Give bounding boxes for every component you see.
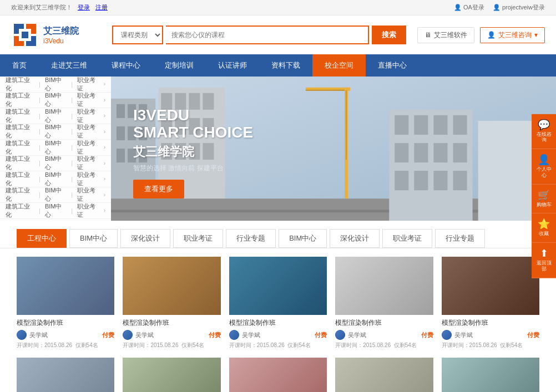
- sidebar-item-5[interactable]: 建筑工业化|BIM中心|职业考证›: [0, 156, 111, 172]
- course-card-7[interactable]: 模型渲染制作班 吴学斌 付费 开课时间：2015.08.26 仅剩54名: [229, 358, 327, 392]
- nav-item-3[interactable]: 定制培训: [153, 54, 206, 77]
- register-link[interactable]: 注册: [95, 3, 108, 12]
- course-price-1: 付费: [209, 331, 221, 339]
- hero-title1: I3VEDU: [133, 107, 253, 124]
- sidebar-item-0[interactable]: 建筑工业化|BIM中心|职业考证›: [0, 77, 111, 93]
- svg-rect-44: [453, 171, 467, 190]
- course-card-0[interactable]: 模型渲染制作班 吴学斌 付费 开课时间：2015.08.26 仅剩54名: [17, 257, 114, 349]
- course-info-2: 开课时间：2015.08.26 仅剩54名: [229, 342, 327, 349]
- author-avatar-2: [229, 330, 239, 340]
- sidebar-item-4[interactable]: 建筑工业化|BIM中心|职业考证›: [0, 140, 111, 156]
- hero-title3: 艾三维学院: [133, 144, 253, 160]
- right-sidebar-label-4: 返回顶部: [534, 260, 553, 272]
- tabs-section: 工程中心BIM中心深化设计职业考证行业专题BIM中心深化设计职业考证行业专题: [0, 221, 556, 248]
- login-link[interactable]: 登录: [78, 3, 90, 12]
- sidebar-item-2[interactable]: 建筑工业化|BIM中心|职业考证›: [0, 108, 111, 124]
- software-btn[interactable]: 🖥 艾三维软件: [417, 27, 474, 43]
- course-thumbnail-4: [442, 257, 539, 315]
- nav-item-1[interactable]: 走进艾三维: [39, 54, 99, 77]
- course-price-3: 付费: [421, 331, 433, 339]
- course-card-6[interactable]: 模型渲染制作班 吴学斌 付费 开课时间：2015.08.26 仅剩54名: [123, 358, 220, 392]
- course-thumbnail-5: [17, 358, 114, 392]
- course-card-9[interactable]: 模型渲染制作班 吴学斌 付费 开课时间：2015.08.26 仅剩54名: [442, 358, 539, 392]
- course-meta-4: 吴学斌 付费: [442, 330, 539, 340]
- course-info-1: 开课时间：2015.08.26 仅剩54名: [123, 342, 220, 349]
- right-sidebar-icon-4: ⬆: [540, 248, 548, 258]
- svg-rect-11: [117, 126, 125, 140]
- right-sidebar-item-0[interactable]: 💬在线咨询: [532, 114, 556, 149]
- author-avatar-1: [123, 330, 133, 340]
- hero-cta-button[interactable]: 查看更多: [133, 180, 184, 198]
- consult-btn[interactable]: 👤 艾三维咨询 ▾: [480, 27, 545, 43]
- svg-rect-34: [414, 115, 428, 135]
- nav-item-7[interactable]: 直播中心: [366, 54, 419, 77]
- tab-item-0[interactable]: 工程中心: [17, 229, 67, 248]
- course-author-1: 吴学斌: [135, 331, 154, 339]
- search-button[interactable]: 搜索: [372, 26, 406, 44]
- right-sidebar-icon-0: 💬: [538, 119, 550, 129]
- nav-item-6[interactable]: 校企空间二级分类二级分类三级分类: [312, 54, 366, 77]
- tab-item-4[interactable]: 行业专题: [226, 229, 276, 248]
- course-thumbnail-8: [335, 358, 433, 392]
- user-icon: 👤: [454, 4, 462, 11]
- nav-item-2[interactable]: 课程中心: [99, 54, 153, 77]
- hero-section: 建筑工业化|BIM中心|职业考证›建筑工业化|BIM中心|职业考证›建筑工业化|…: [0, 77, 556, 221]
- course-grid: 模型渲染制作班 吴学斌 付费 开课时间：2015.08.26 仅剩54名 模型渲…: [17, 257, 539, 392]
- chevron-down-icon: ▾: [534, 31, 538, 39]
- nav-item-5[interactable]: 资料下载: [259, 54, 312, 77]
- sidebar-item-7[interactable]: 建筑工业化|BIM中心|职业考证›: [0, 187, 111, 203]
- logo-icon: [11, 21, 39, 49]
- course-meta-3: 吴学斌 付费: [335, 330, 433, 340]
- svg-rect-42: [414, 171, 428, 190]
- author-avatar-3: [335, 330, 345, 340]
- course-card-2[interactable]: 模型渲染制作班 吴学斌 付费 开课时间：2015.08.26 仅剩54名: [229, 257, 327, 349]
- course-title-0: 模型渲染制作班: [17, 318, 114, 328]
- top-bar: 欢迎来到艾三维学院！ 登录 注册 👤 OA登录 👤 projectveiw登录: [0, 0, 556, 16]
- hero-title2: SMART CHOICE: [133, 124, 253, 141]
- oa-login-link[interactable]: 👤 OA登录: [454, 3, 484, 12]
- course-thumbnail-0: [17, 257, 114, 315]
- right-sidebar-icon-3: ⭐: [538, 219, 550, 229]
- sidebar-item-8[interactable]: 建筑工业化|BIM中心|职业考证›: [0, 203, 111, 219]
- right-sidebar-label-3: 收藏: [539, 231, 549, 237]
- course-author-3: 吴学斌: [348, 331, 366, 339]
- svg-rect-5: [22, 32, 28, 38]
- course-card-3[interactable]: 模型渲染制作班 吴学斌 付费 开课时间：2015.08.26 仅剩54名: [335, 257, 433, 349]
- nav-item-0[interactable]: 首页: [0, 54, 39, 77]
- search-input[interactable]: [166, 26, 369, 44]
- svg-rect-38: [414, 143, 428, 162]
- tab-item-8[interactable]: 行业专题: [435, 229, 485, 248]
- right-sidebar-item-2[interactable]: 🛒购物车: [532, 185, 556, 214]
- right-sidebar-item-3[interactable]: ⭐收藏: [532, 213, 556, 243]
- course-card-4[interactable]: 模型渲染制作班 吴学斌 付费 开课时间：2015.08.26 仅剩54名: [442, 257, 539, 349]
- course-card-1[interactable]: 模型渲染制作班 吴学斌 付费 开课时间：2015.08.26 仅剩54名: [123, 257, 220, 349]
- svg-rect-33: [395, 115, 408, 135]
- course-title-1: 模型渲染制作班: [123, 318, 220, 328]
- tab-item-7[interactable]: 职业考证: [382, 229, 432, 248]
- course-price-2: 付费: [315, 331, 327, 339]
- logo[interactable]: 艾三维院 i3Vedu: [11, 21, 79, 49]
- nav-item-4[interactable]: 认证讲师: [206, 54, 259, 77]
- sidebar-item-3[interactable]: 建筑工业化|BIM中心|职业考证›: [0, 124, 111, 140]
- course-card-5[interactable]: 模型渲染制作班 吴学斌 付费 开课时间：2015.08.26 仅剩54名: [17, 358, 114, 392]
- svg-rect-35: [433, 115, 447, 135]
- top-bar-right: 👤 OA登录 👤 projectveiw登录: [454, 3, 545, 12]
- tab-item-6[interactable]: 深化设计: [330, 229, 380, 248]
- right-sidebar-item-4[interactable]: ⬆返回顶部: [532, 243, 556, 278]
- course-price-4: 付费: [527, 331, 539, 339]
- tab-item-3[interactable]: 职业考证: [173, 229, 223, 248]
- course-info-3: 开课时间：2015.08.26 仅剩54名: [335, 342, 433, 349]
- sidebar-item-1[interactable]: 建筑工业化|BIM中心|职业考证›: [0, 93, 111, 109]
- course-card-8[interactable]: 模型渲染制作班 吴学斌 付费 开课时间：2015.08.26 仅剩54名: [335, 358, 433, 392]
- svg-rect-36: [453, 115, 467, 135]
- course-thumbnail-3: [335, 257, 433, 315]
- tab-item-5[interactable]: BIM中心: [279, 229, 327, 248]
- course-price-0: 付费: [102, 331, 114, 339]
- right-sidebar-label-0: 在线咨询: [534, 131, 553, 143]
- tab-item-1[interactable]: BIM中心: [69, 229, 118, 248]
- tab-item-2[interactable]: 深化设计: [120, 229, 170, 248]
- right-sidebar-item-1[interactable]: 👤个人中心: [532, 149, 556, 185]
- search-category-select[interactable]: 课程类别: [112, 26, 163, 44]
- sidebar-item-6[interactable]: 建筑工业化|BIM中心|职业考证›: [0, 171, 111, 187]
- project-login-link[interactable]: 👤 projectveiw登录: [493, 3, 545, 12]
